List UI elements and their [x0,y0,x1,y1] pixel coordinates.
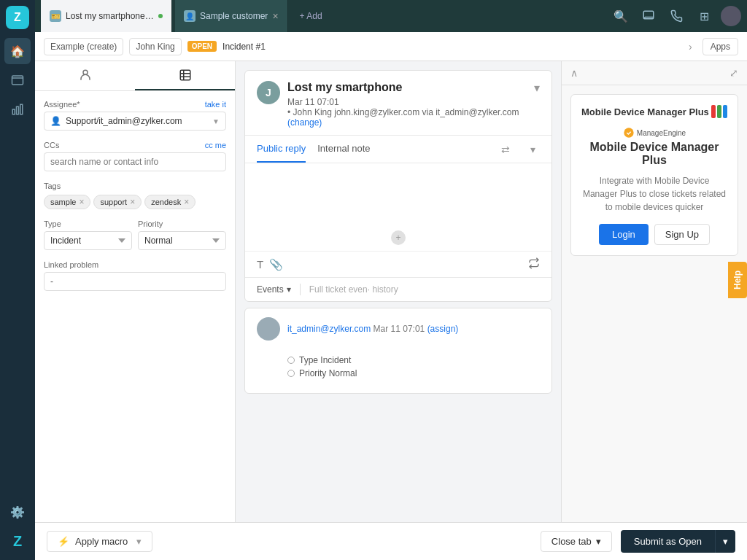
breadcrumb-agent[interactable]: John King [129,38,181,55]
ticket-info: Lost my smartphone Mar 11 07:01 • John K… [287,81,527,128]
priority-field: Priority Low Normal High Urgent [138,219,226,250]
ticket-header: J Lost my smartphone Mar 11 07:01 • John… [245,71,551,135]
add-tab-button[interactable]: + Add [291,11,331,21]
reply-options-icon[interactable]: ⇄ [497,139,514,160]
breadcrumb-arrow[interactable]: › [684,41,697,52]
assignee-dropdown-icon: ▼ [212,117,220,125]
nav-inbox[interactable] [4,67,31,93]
grid-icon[interactable]: ⊞ [693,5,715,27]
svg-rect-0 [12,76,23,85]
center-content: J Lost my smartphone Mar 11 07:01 • John… [236,61,561,522]
activity-header: it_admin@zylker.com Mar 11 07:01 (assign… [245,308,551,349]
breadcrumb: Example (create) John King OPEN Incident… [35,32,747,61]
right-panel: ∧ ⤢ Mobile Device Manager Plus [561,61,747,522]
svg-rect-2 [17,106,19,114]
reply-more-icon[interactable]: ▾ [526,139,540,160]
close-tab-button[interactable]: Close tab ▾ [541,531,612,552]
assignee-select[interactable]: 👤 Support/it_admin@zylker.com ▼ [44,112,226,131]
activity-dot-type [287,357,295,364]
reply-tab-public[interactable]: Public reply [257,136,306,163]
reply-tab-internal[interactable]: Internal note [317,136,370,163]
collapse-button[interactable]: ∧ [570,67,578,79]
expand-icon[interactable]: ⤢ [729,67,738,79]
events-history-link[interactable]: Full ticket even· history [309,284,398,295]
tab-ticket1-text: Lost my smartphone #1 [66,11,154,21]
ticket-menu-icon[interactable]: ▾ [534,81,540,95]
mdm-logo-blue [723,105,727,118]
nav-zendesk[interactable]: Z [4,528,31,554]
right-panel-header: ∧ ⤢ [562,61,747,85]
nav-chart[interactable] [4,96,31,122]
tag-zendesk-remove[interactable]: × [184,197,189,207]
top-bar-icons: 🔍 ⊞ [610,5,741,27]
tab-customer[interactable]: 👤 Sample customer × [175,0,288,32]
apply-macro-button[interactable]: ⚡ Apply macro ▾ [47,531,152,552]
ccs-input[interactable] [44,152,226,171]
mdm-login-button[interactable]: Login [599,224,649,245]
events-divider [300,284,301,295]
phone-icon[interactable] [665,5,687,27]
svg-point-10 [624,128,633,137]
linked-problem-value: - [44,272,226,291]
format-text-icon[interactable]: T [257,258,263,271]
activity-dot-priority [287,370,295,377]
tag-sample-remove[interactable]: × [79,197,84,207]
reply-add-icon[interactable]: + [391,230,406,245]
activity-body: Type Incident Priority Normal [245,349,551,393]
activity-actor: it_admin@zylker.com [287,324,371,334]
nav-home[interactable]: 🏠 [4,38,31,64]
mdm-manage-engine-label: ManageEngine [623,127,686,139]
mdm-logo-area: ManageEngine Mobile Device Manager Plus [581,127,727,167]
assignee-person-icon: 👤 [50,116,61,126]
mdm-actions: Login Sign Up [581,224,727,245]
submit-button[interactable]: Submit as Open [621,530,715,553]
send-icon[interactable] [528,257,540,271]
type-select[interactable]: Incident Problem Question Task [44,231,132,250]
events-button[interactable]: Events ▾ [257,284,291,295]
ccs-field: CCs cc me [44,141,226,171]
tab-ticket1[interactable]: 🎫 Lost my smartphone #1 [41,0,172,32]
macro-dropdown-icon: ▾ [136,536,142,547]
sidebar-tabs [35,61,235,91]
help-button[interactable]: Help [728,262,747,298]
attach-icon[interactable]: 📎 [269,258,283,271]
user-avatar[interactable] [721,6,741,26]
mdm-product-name: Mobile Device Manager Plus [581,141,727,167]
chat-icon[interactable] [638,5,659,27]
svg-point-5 [83,70,88,74]
bottom-bar: ⚡ Apply macro ▾ Close tab ▾ Submit as Op… [35,522,747,560]
take-it-link[interactable]: take it [205,100,226,109]
ticket-title: Lost my smartphone [287,81,527,94]
reply-tabs: Public reply Internal note ⇄ ▾ [245,136,551,163]
reply-section: Public reply Internal note ⇄ ▾ + T [245,135,551,277]
activity-meta: it_admin@zylker.com Mar 11 07:01 (assign… [287,324,540,334]
svg-rect-3 [20,104,23,114]
apps-button[interactable]: Apps [703,38,738,55]
mdm-card-header: Mobile Device Manager Plus [581,105,727,118]
breadcrumb-example[interactable]: Example (create) [44,38,123,55]
mdm-signup-button[interactable]: Sign Up [654,224,710,245]
ccs-label: CCs cc me [44,141,226,149]
close-tab-arrow: ▾ [596,536,601,547]
cc-me-link[interactable]: cc me [205,141,226,149]
search-icon[interactable]: 🔍 [610,5,632,27]
sidebar-tab-list[interactable] [135,61,235,90]
nav-settings[interactable]: ⚙️ [4,499,31,525]
type-field: Type Incident Problem Question Task [44,219,132,250]
status-badge: OPEN [187,41,217,52]
activity-assign-link[interactable]: (assign) [427,324,459,334]
svg-rect-6 [180,70,190,80]
tag-support-remove[interactable]: × [130,197,135,207]
assignee-label: Assignee* take it [44,100,226,109]
change-link[interactable]: (change) [287,117,322,128]
mdm-description: Integrate with Mobile Device Manager Plu… [581,174,727,214]
priority-label: Priority [138,219,226,228]
sidebar-tab-person[interactable] [35,61,135,90]
reply-toolbar: T 📎 [245,251,551,277]
tab-close-icon[interactable]: × [272,10,278,22]
events-bar: Events ▾ Full ticket even· history [245,277,551,301]
submit-dropdown-button[interactable]: ▾ [715,530,735,553]
main-content: Assignee* take it 👤 Support/it_admin@zyl… [35,61,747,522]
priority-select[interactable]: Low Normal High Urgent [138,231,226,250]
tab-active-dot [158,14,163,18]
